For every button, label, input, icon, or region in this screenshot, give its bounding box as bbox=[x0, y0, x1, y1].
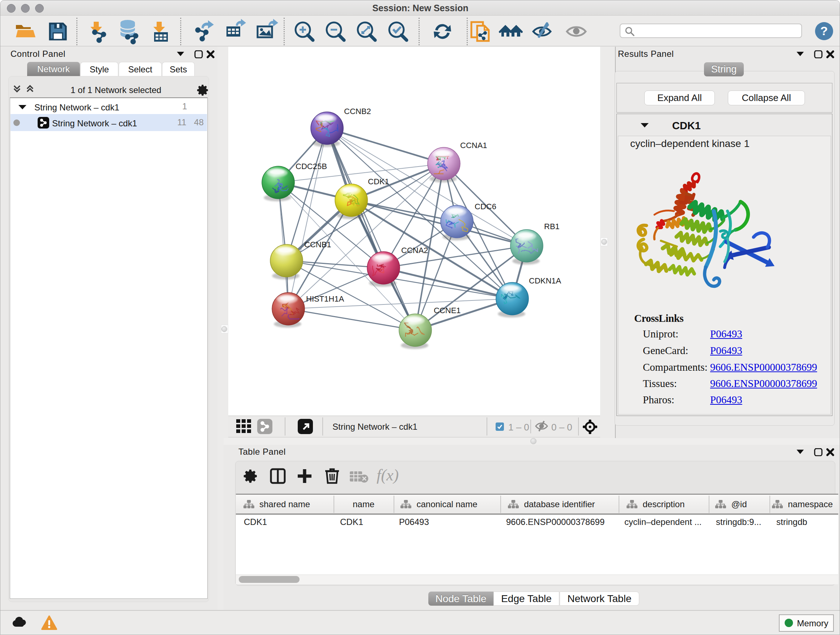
svg-text:CDC25B: CDC25B bbox=[295, 162, 327, 171]
svg-text:RB1: RB1 bbox=[544, 222, 560, 231]
svg-text:CCNA1: CCNA1 bbox=[460, 141, 487, 150]
svg-text:HIST1H1A: HIST1H1A bbox=[306, 295, 344, 303]
svg-text:CDK1: CDK1 bbox=[368, 177, 389, 186]
svg-text:CCNB2: CCNB2 bbox=[344, 107, 371, 116]
svg-text:CCNB1: CCNB1 bbox=[304, 240, 332, 249]
svg-text:CDKN1A: CDKN1A bbox=[529, 276, 561, 285]
svg-text:CCNA2: CCNA2 bbox=[401, 246, 428, 255]
svg-text:CCNE1: CCNE1 bbox=[434, 306, 461, 315]
svg-text:CDC6: CDC6 bbox=[475, 202, 496, 211]
